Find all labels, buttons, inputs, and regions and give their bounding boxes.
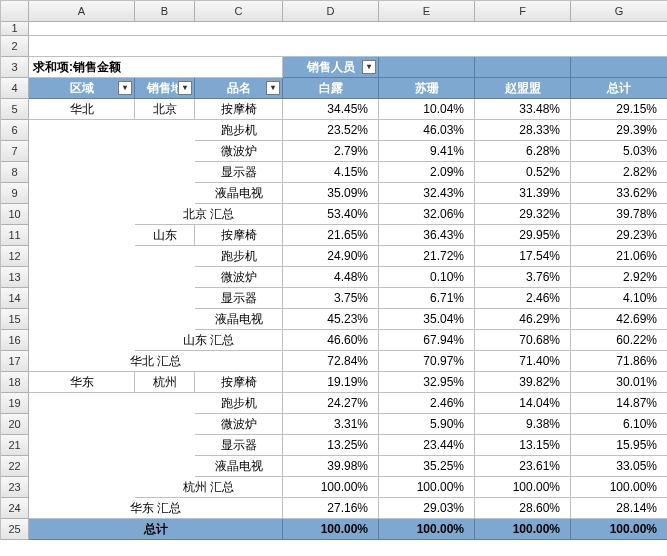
row-header-20[interactable]: 20 <box>1 414 29 435</box>
cell[interactable] <box>29 22 667 36</box>
cell[interactable] <box>571 57 667 78</box>
col-person-2[interactable]: 赵盟盟 <box>475 78 571 99</box>
value-cell[interactable]: 42.69% <box>571 309 667 330</box>
value-cell[interactable]: 23.52% <box>283 120 379 141</box>
value-cell[interactable]: 71.86% <box>571 351 667 372</box>
col-header-D[interactable]: D <box>283 1 379 22</box>
value-cell[interactable]: 23.61% <box>475 456 571 477</box>
row-header-22[interactable]: 22 <box>1 456 29 477</box>
row-header-4[interactable]: 4 <box>1 78 29 99</box>
product-cell[interactable]: 微波炉 <box>195 141 283 162</box>
row-header-18[interactable]: 18 <box>1 372 29 393</box>
product-cell[interactable]: 显示器 <box>195 162 283 183</box>
row-header-23[interactable]: 23 <box>1 477 29 498</box>
pivot-row-city[interactable]: 销售地 ▾ <box>135 78 195 99</box>
dropdown-icon[interactable]: ▾ <box>178 81 192 95</box>
value-cell[interactable]: 2.92% <box>571 267 667 288</box>
row-header-9[interactable]: 9 <box>1 183 29 204</box>
value-cell[interactable]: 2.82% <box>571 162 667 183</box>
value-cell[interactable]: 35.04% <box>379 309 475 330</box>
value-cell[interactable]: 4.15% <box>283 162 379 183</box>
col-person-0[interactable]: 白露 <box>283 78 379 99</box>
product-cell[interactable]: 跑步机 <box>195 120 283 141</box>
row-header-19[interactable]: 19 <box>1 393 29 414</box>
value-cell[interactable]: 71.40% <box>475 351 571 372</box>
region-huabei[interactable]: 华北 <box>29 99 135 120</box>
row-header-2[interactable]: 2 <box>1 36 29 57</box>
subtotal-hangzhou[interactable]: 杭州 汇总 <box>135 477 283 498</box>
row-header-21[interactable]: 21 <box>1 435 29 456</box>
row-header-3[interactable]: 3 <box>1 57 29 78</box>
value-cell[interactable]: 5.03% <box>571 141 667 162</box>
grand-value[interactable]: 100.00% <box>475 519 571 540</box>
value-cell[interactable]: 32.95% <box>379 372 475 393</box>
row-header-15[interactable]: 15 <box>1 309 29 330</box>
value-cell[interactable]: 100.00% <box>283 477 379 498</box>
value-cell[interactable]: 27.16% <box>283 498 379 519</box>
value-cell[interactable]: 6.10% <box>571 414 667 435</box>
subtotal-beijing[interactable]: 北京 汇总 <box>135 204 283 225</box>
value-cell[interactable]: 29.39% <box>571 120 667 141</box>
select-all-corner[interactable] <box>1 1 29 22</box>
col-header-C[interactable]: C <box>195 1 283 22</box>
product-cell[interactable]: 按摩椅 <box>195 99 283 120</box>
dropdown-icon[interactable]: ▾ <box>362 60 376 74</box>
value-cell[interactable]: 13.15% <box>475 435 571 456</box>
col-person-1[interactable]: 苏珊 <box>379 78 475 99</box>
value-cell[interactable]: 10.04% <box>379 99 475 120</box>
value-cell[interactable]: 33.05% <box>571 456 667 477</box>
value-cell[interactable]: 21.65% <box>283 225 379 246</box>
row-header-14[interactable]: 14 <box>1 288 29 309</box>
value-cell[interactable]: 14.87% <box>571 393 667 414</box>
dropdown-icon[interactable]: ▾ <box>266 81 280 95</box>
value-cell[interactable]: 24.90% <box>283 246 379 267</box>
value-cell[interactable]: 28.14% <box>571 498 667 519</box>
value-cell[interactable]: 17.54% <box>475 246 571 267</box>
value-cell[interactable]: 35.25% <box>379 456 475 477</box>
pivot-row-region[interactable]: 区域 ▾ <box>29 78 135 99</box>
value-cell[interactable]: 39.78% <box>571 204 667 225</box>
value-cell[interactable]: 46.03% <box>379 120 475 141</box>
city-shandong[interactable]: 山东 <box>135 225 195 246</box>
value-cell[interactable]: 60.22% <box>571 330 667 351</box>
subtotal-huadong[interactable]: 华东 汇总 <box>29 498 283 519</box>
value-cell[interactable]: 39.98% <box>283 456 379 477</box>
value-cell[interactable]: 70.97% <box>379 351 475 372</box>
value-cell[interactable]: 53.40% <box>283 204 379 225</box>
value-cell[interactable]: 3.75% <box>283 288 379 309</box>
value-cell[interactable]: 67.94% <box>379 330 475 351</box>
grand-total-label[interactable]: 总计 <box>29 519 283 540</box>
value-cell[interactable]: 32.06% <box>379 204 475 225</box>
row-header-7[interactable]: 7 <box>1 141 29 162</box>
value-cell[interactable]: 100.00% <box>571 477 667 498</box>
product-cell[interactable]: 按摩椅 <box>195 225 283 246</box>
value-cell[interactable]: 34.45% <box>283 99 379 120</box>
value-cell[interactable]: 24.27% <box>283 393 379 414</box>
value-cell[interactable]: 0.52% <box>475 162 571 183</box>
row-header-12[interactable]: 12 <box>1 246 29 267</box>
cell[interactable] <box>29 36 667 57</box>
product-cell[interactable]: 跑步机 <box>195 393 283 414</box>
grand-value[interactable]: 100.00% <box>379 519 475 540</box>
value-cell[interactable]: 31.39% <box>475 183 571 204</box>
value-cell[interactable]: 29.03% <box>379 498 475 519</box>
cell[interactable] <box>379 57 475 78</box>
value-cell[interactable]: 100.00% <box>379 477 475 498</box>
value-cell[interactable]: 28.33% <box>475 120 571 141</box>
value-cell[interactable]: 3.76% <box>475 267 571 288</box>
subtotal-huabei[interactable]: 华北 汇总 <box>29 351 283 372</box>
grand-value[interactable]: 100.00% <box>571 519 667 540</box>
row-header-8[interactable]: 8 <box>1 162 29 183</box>
product-cell[interactable]: 液晶电视 <box>195 183 283 204</box>
city-beijing[interactable]: 北京 <box>135 99 195 120</box>
city-hangzhou[interactable]: 杭州 <box>135 372 195 393</box>
value-cell[interactable]: 2.46% <box>379 393 475 414</box>
product-cell[interactable]: 按摩椅 <box>195 372 283 393</box>
value-cell[interactable]: 4.48% <box>283 267 379 288</box>
col-header-E[interactable]: E <box>379 1 475 22</box>
value-cell[interactable]: 35.09% <box>283 183 379 204</box>
value-cell[interactable]: 46.29% <box>475 309 571 330</box>
value-cell[interactable]: 45.23% <box>283 309 379 330</box>
product-cell[interactable]: 显示器 <box>195 435 283 456</box>
row-header-16[interactable]: 16 <box>1 330 29 351</box>
